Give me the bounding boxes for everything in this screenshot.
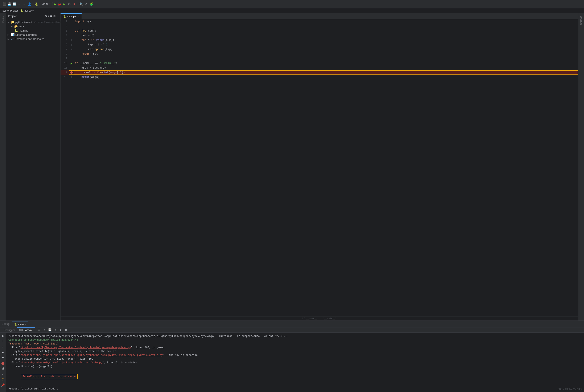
left-vertical-tabs: Project (0, 13, 6, 320)
code-line-5: 5 for i in range(num): (60, 38, 578, 42)
sidebar-item-mainpy[interactable]: ▶ 🐍 main.py (6, 28, 60, 32)
code-line-2: 2 (60, 24, 578, 28)
code-line-9: 9 (60, 56, 578, 61)
console-upload-icon[interactable]: ⬆ (53, 328, 58, 332)
line-num-5: 5 (60, 38, 69, 42)
sidebar-item-pythonproject[interactable]: ▼ 📁 pythonProject ~/PycharmProjects/pyth… (6, 20, 60, 24)
debug-left-panel: ⚙ ↑ ↓ ▶ ■ ⬤ 🖨 ✕ ⏱ 📌 (0, 333, 6, 392)
coverage-button[interactable]: ▶ (62, 2, 66, 6)
console-table-icon[interactable]: ▦ (64, 328, 68, 332)
debug-btn-clock[interactable]: ⏱ (1, 377, 5, 382)
line-content-3: def foo(num): (74, 28, 578, 33)
debug-button[interactable]: 🐞 (58, 2, 61, 6)
profile-button[interactable]: ⏱ (67, 2, 71, 6)
console-link-1[interactable]: /Applications/PyCharm.app/Contents/plugi… (20, 346, 131, 349)
minimap-text: if __name__ == "__main__" (302, 317, 337, 320)
console-toolbar: ☰ ⬇ 💾 ⬆ ⚙ ▦ (36, 328, 68, 332)
stop-button[interactable]: ■ (72, 2, 76, 6)
line-gutter-4 (69, 33, 74, 38)
sidebar-item-venv[interactable]: ▶ 📂 venv (6, 24, 60, 28)
vtab-project[interactable]: Project (1, 13, 5, 26)
line-gutter-5 (69, 38, 74, 42)
sidebar-collapse-icon[interactable]: ≡ (48, 14, 49, 18)
debug-tab-main-close[interactable]: ✕ (24, 323, 26, 325)
extlibs-icon: 📊 (11, 33, 14, 36)
console-link-2[interactable]: /Applications/PyCharm.app/Contents/plugi… (20, 354, 163, 357)
code-line-11: 11 args = sys.argv (60, 66, 578, 70)
toolbar-icon-back[interactable]: ← (17, 2, 21, 6)
debug-btn-down[interactable]: ↓ (1, 344, 5, 349)
line-num-9: 9 (60, 56, 69, 61)
run-button[interactable]: ▶ (54, 2, 56, 6)
console-menu-icon[interactable]: ☰ (36, 328, 41, 332)
console-scroll-end-icon[interactable]: ⬇ (42, 328, 47, 332)
breadcrumb: pythonProject › 🐍 main.py › (0, 8, 584, 13)
sidebar-expand-icon[interactable]: ≣ (50, 14, 52, 18)
editor-tab-mainpy[interactable]: 🐍 main.py ✕ (60, 13, 82, 19)
line-num-6: 6 (60, 42, 69, 47)
line-gutter-12 (69, 70, 74, 75)
line-gutter-7 (69, 47, 74, 52)
sidebar-path-pythonproject: ~/PycharmProjects/pythonProject (33, 21, 60, 23)
rvtab-structure[interactable]: Structure (579, 13, 583, 28)
sidebar-label-venv: venv (19, 25, 24, 28)
sidebar-close-icon[interactable]: − (56, 14, 58, 18)
toolbar-icon-undo[interactable]: ⬛ (2, 2, 6, 6)
sidebar-locate-icon[interactable]: ⊕ (44, 14, 47, 18)
breadcrumb-file-icon: 🐍 (20, 9, 23, 12)
debug-btn-resume[interactable]: ▶ (1, 350, 5, 354)
tab-mainpy-icon: 🐍 (63, 15, 66, 18)
toolbar-icon-sync[interactable]: 🔄 (12, 2, 16, 6)
debug-btn-print[interactable]: 🖨 (1, 366, 5, 371)
code-line-6: 6 tmp = i ** 2 (60, 42, 578, 47)
debug-subtabs: Debugger ⌨ Console ☰ ⬇ 💾 ⬆ ⚙ ▦ (0, 328, 584, 333)
console-link-3[interactable]: /Users/bytedance/PycharmProjects/pythonP… (20, 361, 102, 364)
sidebar-label-mainpy: main.py (19, 29, 28, 32)
breakpoint-12[interactable] (70, 71, 73, 74)
subtab-console[interactable]: ⌨ Console (17, 328, 35, 332)
sidebar-label-pythonproject: pythonProject (15, 20, 32, 24)
debug-btn-mute[interactable]: ✕ (1, 372, 5, 376)
plugins-icon[interactable]: 🧩 (89, 2, 93, 6)
toolbar-icon-save[interactable]: 💾 (7, 2, 11, 6)
debug-btn-stop[interactable]: ■ (1, 356, 5, 360)
sidebar-settings-icon[interactable]: ⚙ (53, 14, 56, 18)
sidebar-item-scratches[interactable]: ▶ 🖊 Scratches and Consoles (6, 37, 60, 41)
code-editor[interactable]: 1 import sys 2 3 def foo(num): (60, 19, 578, 316)
debug-btn-up[interactable]: ↑ (1, 339, 5, 344)
debug-tab-main-icon: 🐍 (14, 323, 17, 326)
console-save-icon[interactable]: 💾 (47, 328, 52, 332)
debug-btn-breakpoints[interactable]: ⬤ (1, 361, 5, 366)
run-config-dropdown-icon[interactable]: ▼ (49, 3, 51, 5)
console-output[interactable]: /Users/bytedance/PycharmProjects/pythonP… (6, 333, 584, 392)
search-everywhere-icon[interactable]: 🔍 (79, 2, 83, 6)
line-gutter-8 (69, 52, 74, 56)
sidebar-item-extlibs[interactable]: ▶ 📊 External Libraries (6, 32, 60, 37)
editor-tabs: 🐍 main.py ✕ (60, 13, 578, 19)
mainpy-file-icon: 🐍 (14, 29, 18, 32)
toolbar-icon-forward[interactable]: → (22, 2, 26, 6)
run-arrow-10: ▶ (71, 62, 72, 65)
debug-btn-pin[interactable]: 📌 (1, 383, 5, 387)
tree-arrow-venv: ▶ (11, 25, 14, 28)
settings-icon[interactable]: ⚙ (84, 2, 88, 6)
run-configuration[interactable]: MAIN ▼ (40, 2, 53, 6)
line6-marker (71, 44, 72, 46)
toolbar-icon-user[interactable]: 👤 (27, 2, 31, 6)
line-gutter-3 (69, 28, 74, 33)
subtab-debugger[interactable]: Debugger (2, 328, 17, 332)
breadcrumb-project[interactable]: pythonProject (2, 9, 18, 12)
line-gutter-13 (69, 75, 74, 80)
console-line-code1: pydev_imports.execfile(file, globals, lo… (8, 350, 582, 353)
debug-tab-main[interactable]: 🐍 main ✕ (12, 322, 28, 326)
tab-mainpy-close[interactable]: ✕ (77, 15, 79, 18)
line-gutter-2 (69, 24, 74, 28)
toolbar-sep-2 (78, 2, 78, 6)
line7-marker (71, 48, 72, 50)
line-content-2 (74, 24, 578, 28)
line-num-7: 7 (60, 47, 69, 52)
scratches-icon: 🖊 (11, 37, 14, 40)
toolbar-sep-1 (33, 2, 33, 6)
console-filter-icon[interactable]: ⚙ (58, 328, 63, 332)
debug-btn-settings[interactable]: ⚙ (1, 334, 5, 338)
